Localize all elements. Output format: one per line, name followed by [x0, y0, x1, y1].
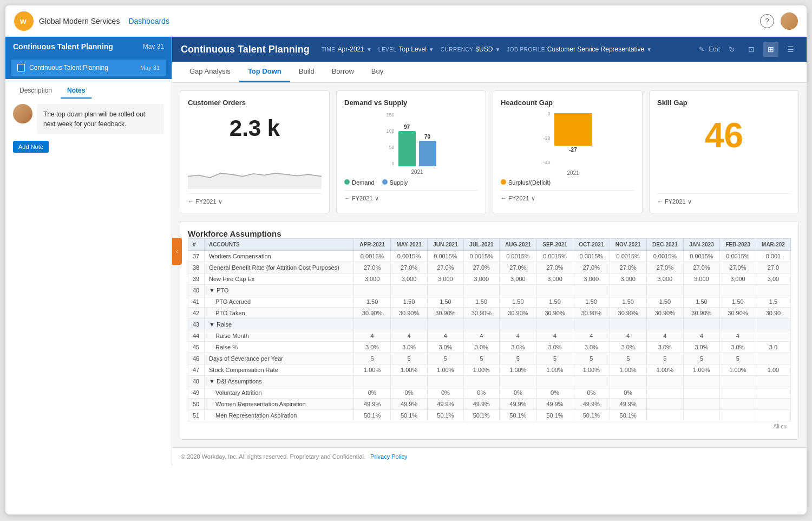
skill-gap-footer[interactable]: ← FY2021 ∨ [657, 193, 791, 205]
row-cell: 49.9% [391, 399, 428, 410]
row-cell [573, 376, 610, 387]
help-icon[interactable]: ? [760, 14, 774, 28]
table-row: 42PTO Taken30.90%30.90%30.90%30.90%30.90… [188, 308, 791, 319]
job-profile-arrow: ▼ [646, 47, 652, 53]
tab-top-down[interactable]: Top Down [239, 62, 290, 82]
row-cell [610, 376, 646, 387]
refresh-icon[interactable]: ↻ [724, 42, 739, 57]
tab-description[interactable]: Description [13, 83, 58, 99]
row-cell [391, 285, 428, 296]
row-cell [573, 319, 610, 330]
skill-gap-footer-text: ← FY2021 ∨ [657, 198, 692, 205]
table-row: 37Workers Compensation0.0015%0.0015%0.00… [188, 251, 791, 262]
row-cell: 0.0015% [391, 251, 428, 262]
table-row: 41PTO Accrued1.501.501.501.501.501.501.5… [188, 296, 791, 308]
dashboard-main-title: Continuous Talent Planning [181, 44, 310, 55]
dashboards-link[interactable]: Dashboards [128, 17, 169, 25]
workday-logo[interactable]: w [14, 11, 34, 31]
list-icon[interactable]: ☰ [783, 42, 798, 57]
row-cell: 30.90% [427, 308, 463, 319]
workforce-table-wrapper[interactable]: # ACCOUNTS APR-2021 MAY-2021 JUN-2021 JU… [188, 238, 791, 432]
row-cell: 3.0 [756, 342, 790, 353]
row-cell: 1.50 [391, 296, 428, 308]
filter-currency[interactable]: CURRENCY $USD ▼ [441, 45, 501, 53]
row-account: Stock Compensation Rate [205, 364, 354, 376]
row-num: 50 [188, 399, 205, 410]
collapse-toggle[interactable]: ‹ [172, 238, 182, 265]
pencil-icon[interactable]: ✎ [699, 45, 704, 53]
tab-borrow[interactable]: Borrow [323, 62, 363, 82]
row-num: 37 [188, 251, 205, 262]
row-cell: 3.0% [573, 342, 610, 353]
y-100: 100 [386, 128, 394, 134]
row-cell: 50.1% [610, 410, 646, 421]
right-content: Continuous Talent Planning TIME Apr-2021… [172, 37, 807, 465]
row-cell: 50.1% [354, 410, 391, 421]
row-cell: 1.50 [646, 296, 683, 308]
row-cell: 50.1% [463, 410, 499, 421]
row-cell: 4 [610, 330, 646, 342]
row-cell: 27.0% [427, 262, 463, 273]
sidebar-checkbox[interactable] [17, 64, 25, 71]
row-cell: 27.0% [537, 262, 573, 273]
currency-value[interactable]: $USD [475, 45, 493, 53]
row-cell: 30.90% [391, 308, 428, 319]
job-profile-value[interactable]: Customer Service Representative [547, 45, 644, 53]
row-cell: 1.50 [573, 296, 610, 308]
row-cell: 49.9% [354, 399, 391, 410]
tab-gap-analysis[interactable]: Gap Analysis [181, 62, 239, 82]
row-cell: 3,000 [719, 273, 756, 285]
level-value[interactable]: Top Level [398, 45, 426, 53]
row-cell: 27.0% [391, 262, 428, 273]
row-cell: 4 [354, 330, 391, 342]
table-row: 46Days of Severance per Year55555555555 [188, 353, 791, 364]
row-cell: 49.9% [537, 399, 573, 410]
tab-notes[interactable]: Notes [61, 83, 91, 99]
customer-orders-footer[interactable]: ← FY2021 ∨ [188, 193, 322, 205]
sidebar-date: May 31 [143, 43, 164, 50]
row-cell: 49.9% [499, 399, 536, 410]
edit-label[interactable]: Edit [709, 45, 720, 53]
row-cell: 4 [499, 330, 536, 342]
level-label: LEVEL [378, 47, 397, 53]
row-cell: 27.0% [499, 262, 536, 273]
row-cell: 30.90% [537, 308, 573, 319]
privacy-link[interactable]: Privacy Policy [370, 453, 407, 460]
table-row: 39New Hire Cap Ex3,0003,0003,0003,0003,0… [188, 273, 791, 285]
row-cell: 1.50 [719, 296, 756, 308]
row-cell [683, 376, 719, 387]
table-row: 47Stock Compensation Rate1.00%1.00%1.00%… [188, 364, 791, 376]
row-cell: 5 [354, 353, 391, 364]
sidebar-item-label: Continuous Talent Planning [29, 64, 136, 71]
tab-build[interactable]: Build [290, 62, 323, 82]
add-note-button[interactable]: Add Note [13, 141, 49, 153]
headcount-footer[interactable]: ← FY2021 ∨ [501, 190, 634, 202]
supply-legend: Supply [382, 179, 408, 186]
table-row: 44Raise Month44444444444 [188, 330, 791, 342]
headcount-bar [554, 113, 592, 146]
demand-supply-footer[interactable]: ← FY2021 ∨ [344, 190, 478, 202]
row-cell [756, 330, 790, 342]
filter-level[interactable]: LEVEL Top Level ▼ [378, 45, 434, 53]
camera-icon[interactable]: ⊡ [744, 42, 759, 57]
user-avatar[interactable] [781, 12, 798, 30]
filter-job-profile[interactable]: JOB PROFILE Customer Service Representat… [507, 45, 652, 53]
row-cell: 5 [719, 353, 756, 364]
row-cell [537, 285, 573, 296]
app-frame: w Global Modern Services Dashboards ? Co… [5, 5, 807, 515]
row-cell: 1.00% [354, 364, 391, 376]
row-cell: 30.90% [683, 308, 719, 319]
sidebar-title: Continuous Talent Planning [13, 42, 113, 51]
filter-time[interactable]: TIME Apr-2021 ▼ [322, 45, 372, 53]
footer: © 2020 Workday, Inc. All rights reserved… [172, 447, 807, 465]
time-value[interactable]: Apr-2021 [338, 45, 364, 53]
row-cell: 1.50 [463, 296, 499, 308]
row-account: PTO Accrued [205, 296, 354, 308]
tab-buy[interactable]: Buy [363, 62, 392, 82]
row-num: 40 [188, 285, 205, 296]
grid-icon[interactable]: ⊞ [763, 42, 778, 57]
table-row: 49Voluntary Attrition0%0%0%0%0%0%0%0% [188, 387, 791, 399]
row-cell: 27.0% [683, 262, 719, 273]
workforce-section: Workforce Assumptions # ACCOUNTS APR-202… [180, 221, 799, 440]
sidebar-item[interactable]: Continuous Talent Planning May 31 [11, 60, 166, 76]
